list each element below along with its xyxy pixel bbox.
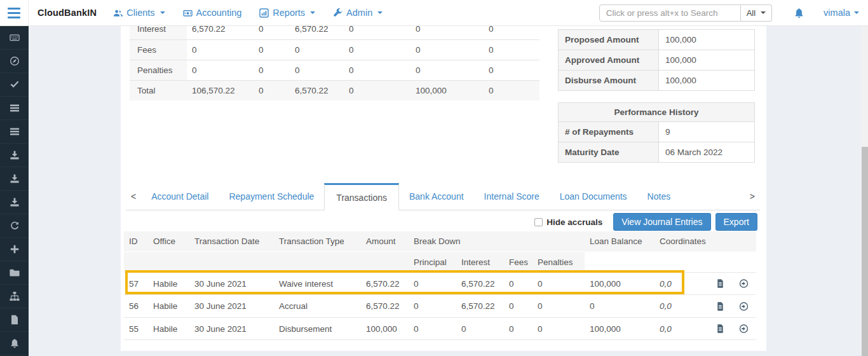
cell-penalties: 0 (532, 295, 585, 317)
performance-history-title: Performance History (559, 103, 755, 122)
summary-label: Total (130, 80, 187, 100)
sidebar-compass-icon[interactable] (0, 50, 29, 73)
menu-toggle-button[interactable] (0, 0, 29, 25)
col-office: Office (148, 231, 189, 252)
subheader-blank-white (585, 252, 756, 273)
table-row: Proposed Amount 100,000 (559, 30, 755, 50)
cell-balance: 100,000 (585, 273, 654, 295)
search-filter-value: All (747, 8, 756, 18)
amount-value: 100,000 (659, 71, 755, 91)
export-button[interactable]: Export (715, 213, 757, 231)
search-filter-dropdown[interactable]: All (741, 4, 772, 22)
loan-summary-table: Interest 6,570.22 0 6,570.22 0 0 0 Fees … (130, 26, 549, 102)
cell-interest: 6,570.22 (456, 273, 504, 295)
sidebar-keyboard-icon[interactable] (0, 26, 29, 50)
tabs-scroll-right[interactable]: > (745, 191, 760, 202)
sidebar-file-icon[interactable] (0, 308, 29, 332)
tab-transactions[interactable]: Transactions (324, 183, 399, 210)
summary-value: 0 (410, 60, 484, 80)
user-menu[interactable]: vimala (824, 8, 859, 18)
sidebar-sitemap-icon[interactable] (0, 285, 29, 308)
summary-value: 0 (187, 39, 254, 60)
cell-id: 57 (124, 273, 148, 295)
nav-accounting-label: Accounting (196, 8, 242, 18)
table-row: Penalties 0 0 0 0 0 0 (130, 60, 539, 80)
cell-date: 30 June 2021 (189, 317, 274, 339)
table-row: Maturity Date 06 March 2022 (559, 142, 755, 163)
cell-amount: 6,570.22 (361, 273, 409, 295)
hide-accruals-checkbox[interactable]: Hide accruals (534, 217, 602, 227)
nav-accounting[interactable]: Accounting (183, 8, 242, 18)
nav-clients[interactable]: Clients (113, 8, 165, 18)
view-transaction-arrow-icon[interactable] (739, 278, 749, 289)
transaction-row-56[interactable]: 56 Habile 30 June 2021 Accrual 6,570.22 … (124, 295, 756, 317)
col-fees: Fees (504, 252, 532, 273)
summary-value: 0 (410, 26, 484, 39)
sidebar-tasks-icon-2[interactable] (0, 120, 29, 144)
transactions-toolbar: Hide accruals View Journal Entries Expor… (534, 213, 757, 231)
brand-logo[interactable]: CloudBankIN (37, 8, 97, 18)
view-journal-entries-button[interactable]: View Journal Entries (613, 213, 710, 231)
col-transaction-type: Transaction Type (274, 231, 361, 252)
summary-value: 0 (484, 60, 539, 80)
journal-entry-icon[interactable] (715, 301, 725, 312)
view-transaction-arrow-icon[interactable] (739, 324, 749, 334)
nav-reports[interactable]: Reports (259, 8, 315, 18)
tabs-scroll-left[interactable]: < (126, 191, 141, 202)
caret-down-icon (854, 11, 859, 14)
transaction-row-57[interactable]: 57 Habile 30 June 2021 Waive interest 6,… (124, 273, 756, 295)
performance-value: 9 (659, 122, 755, 142)
sidebar-tasks-icon[interactable] (0, 97, 29, 120)
checkbox-box[interactable] (534, 218, 543, 226)
col-coordinates: Coordinates (654, 231, 685, 252)
performance-label: # of Repayments (559, 122, 659, 142)
summary-value: 106,570.22 (187, 80, 254, 100)
cell-coordinates: 0,0 (654, 273, 685, 295)
summary-label: Interest (130, 26, 187, 39)
tab-loan-documents[interactable]: Loan Documents (550, 184, 637, 209)
amount-label: Disburse Amount (559, 71, 659, 91)
users-icon (113, 8, 123, 18)
loan-tabs: < Account Detail Repayment Schedule Tran… (126, 183, 760, 210)
sidebar-bell-icon[interactable] (0, 332, 29, 355)
summary-value: 0 (344, 26, 410, 39)
sidebar-download-icon-1[interactable] (0, 144, 29, 167)
cell-id: 56 (124, 295, 148, 317)
search-input[interactable] (599, 4, 741, 22)
tab-notes[interactable]: Notes (637, 184, 681, 209)
journal-entry-icon[interactable] (715, 324, 725, 334)
transaction-row-55[interactable]: 55 Habile 30 June 2021 Disbursement 100,… (124, 317, 756, 339)
sidebar-download-icon-3[interactable] (0, 191, 29, 214)
tab-repayment-schedule[interactable]: Repayment Schedule (219, 184, 324, 209)
journal-entry-icon[interactable] (715, 278, 725, 289)
col-transaction-date: Transaction Date (189, 231, 274, 252)
summary-value: 0 (254, 26, 290, 39)
sidebar-check-icon[interactable] (0, 73, 29, 97)
notifications-bell-button[interactable] (794, 8, 804, 18)
cell-amount: 6,570.22 (361, 295, 409, 317)
cell-office: Habile (148, 295, 189, 317)
top-navbar: CloudBankIN Clients Accounting Reports A… (0, 0, 868, 26)
col-break-down: Break Down (409, 231, 585, 252)
performance-value: 06 March 2022 (659, 142, 755, 163)
cell-penalties: 0 (532, 273, 585, 295)
sidebar-plus-icon[interactable] (0, 238, 29, 261)
loan-side-panel: Proposed Amount 100,000 Approved Amount … (558, 29, 755, 163)
sidebar-refresh-icon[interactable] (0, 214, 29, 238)
tab-account-detail[interactable]: Account Detail (141, 184, 219, 209)
money-icon (183, 8, 193, 18)
sidebar-folder-icon[interactable] (0, 261, 29, 285)
cell-fees: 0 (504, 317, 532, 339)
col-penalties: Penalties (532, 252, 585, 273)
scrollbar-thumb[interactable] (862, 147, 868, 356)
col-id: ID (124, 231, 148, 252)
sidebar-download-icon-2[interactable] (0, 167, 29, 191)
cell-balance: 100,000 (585, 317, 654, 339)
view-transaction-arrow-icon[interactable] (739, 301, 749, 312)
nav-admin[interactable]: Admin (333, 8, 383, 18)
cell-actions (685, 317, 756, 339)
tab-bank-account[interactable]: Bank Account (399, 184, 474, 209)
cell-amount: 100,000 (361, 317, 409, 339)
tab-internal-score[interactable]: Internal Score (474, 184, 550, 209)
page-scrollbar[interactable] (862, 26, 868, 356)
